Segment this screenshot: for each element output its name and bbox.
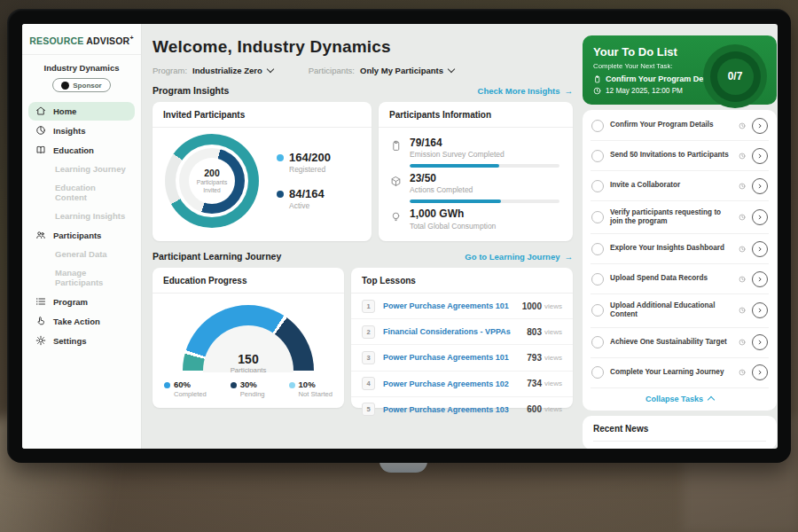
task-row[interactable]: Confirm Your Program Details [591, 111, 769, 141]
emission-survey-row: 79/164 Emission Survey Completed [390, 137, 561, 159]
task-open-button[interactable] [752, 118, 768, 134]
task-row[interactable]: Achieve One Sustainability Target [591, 328, 769, 358]
task-label: Complete Your Learning Journey [610, 368, 732, 378]
legend-sublabel: Active [289, 201, 325, 210]
task-row[interactable]: Verify participants requesting to join t… [591, 201, 769, 234]
task-checkbox[interactable] [591, 336, 604, 348]
chevron-down-icon [266, 66, 273, 73]
lesson-link[interactable]: Power Purchase Agreements 103 [383, 405, 527, 414]
legend-value: 84/164 [289, 188, 325, 200]
program-filter-value: Industrialize Zero [192, 66, 262, 75]
task-open-button[interactable] [752, 209, 768, 225]
sidebar-item-program[interactable]: Program [28, 293, 135, 311]
lesson-link[interactable]: Power Purchase Agreements 101 [383, 353, 527, 362]
legend-registered: 164/200 Registered [277, 152, 331, 174]
legend-dot [164, 382, 170, 388]
legend-dot [277, 191, 284, 198]
task-row[interactable]: Invite a Collaborator [591, 171, 769, 201]
clock-icon [739, 183, 746, 190]
filter-bar: Program: Industrialize Zero Participants… [153, 66, 573, 75]
lesson-row[interactable]: 2 Financial Considerations - VPPAs 803 v… [351, 319, 573, 345]
program-dropdown[interactable]: Program: Industrialize Zero [153, 66, 273, 75]
legend-pct: 10% [299, 380, 332, 389]
task-label: Confirm Your Program Details [610, 121, 732, 130]
education-progress-card: Education Progress 150 Participants 60% [153, 268, 344, 408]
todo-progress-count: 0/7 [717, 59, 754, 95]
todo-progress-ring-band: 0/7 [710, 51, 761, 102]
lesson-row[interactable]: 4 Power Purchase Agreements 102 734 view… [351, 372, 573, 397]
donut-gap: 200 Participants Invited [176, 145, 248, 217]
sidebar-item-education[interactable]: Education [28, 141, 135, 160]
lesson-link[interactable]: Power Purchase Agreements 102 [383, 379, 527, 388]
lesson-rank: 1 [362, 300, 375, 313]
check-more-insights-link[interactable]: Check More Insights → [478, 86, 573, 96]
task-row[interactable]: Complete Your Learning Journey [591, 358, 769, 388]
task-row[interactable]: Explore Your Insights Dashboard [591, 234, 769, 264]
task-open-button[interactable] [752, 302, 768, 318]
lesson-link[interactable]: Financial Considerations - VPPAs [383, 327, 527, 336]
sidebar-item-label: Learning Insights [55, 211, 125, 221]
sidebar-item-take-action[interactable]: Take Action [28, 312, 135, 331]
sidebar-item-learning-journey[interactable]: Learning Journey [28, 160, 135, 178]
task-open-button[interactable] [752, 364, 768, 380]
lesson-row[interactable]: 3 Power Purchase Agreements 101 793 view… [351, 345, 573, 371]
donut-center-value: 200 [204, 168, 220, 178]
task-checkbox[interactable] [591, 150, 604, 162]
task-label: Verify participants requesting to join t… [610, 208, 732, 227]
sidebar-item-general-data[interactable]: General Data [28, 246, 135, 263]
task-checkbox[interactable] [591, 243, 604, 255]
lesson-link[interactable]: Power Purchase Agreements 101 [383, 301, 522, 310]
todo-tasks-card: Confirm Your Program Details Send 50 Inv… [583, 110, 777, 411]
legend-pct: 30% [240, 380, 265, 389]
sidebar-item-education-content[interactable]: Education Content [28, 179, 135, 207]
progress-fill [410, 164, 499, 168]
chevron-up-icon [708, 396, 715, 403]
views-suffix: views [544, 379, 562, 387]
task-row[interactable]: Upload Spend Data Records [591, 264, 769, 294]
task-checkbox[interactable] [591, 120, 604, 132]
views-suffix: views [544, 354, 562, 362]
sidebar-item-insights[interactable]: Insights [28, 121, 135, 140]
metric-value: 1,000 GWh [410, 208, 496, 220]
sponsor-badge[interactable]: Sponsor [52, 78, 110, 92]
task-row[interactable]: Upload Additional Educational Content [591, 294, 769, 327]
lesson-row[interactable]: 5 Power Purchase Agreements 103 600 view… [351, 397, 573, 422]
task-checkbox[interactable] [591, 273, 604, 286]
pie-chart-icon [35, 125, 46, 136]
legend-value: 164/200 [289, 152, 331, 164]
actions-completed-row: 23/50 Actions Completed [390, 173, 561, 194]
recent-news-card: Recent News [583, 416, 777, 449]
sidebar-item-label: Take Action [53, 317, 100, 326]
participants-dropdown[interactable]: Participants: Only My Participants [309, 66, 454, 75]
task-checkbox[interactable] [591, 366, 604, 379]
sidebar-item-home[interactable]: Home [28, 102, 135, 121]
lesson-row[interactable]: 1 Power Purchase Agreements 101 1000 vie… [351, 293, 573, 319]
task-open-button[interactable] [752, 178, 768, 194]
card-title: Education Progress [153, 268, 344, 293]
collapse-tasks-link[interactable]: Collapse Tasks [591, 388, 769, 411]
home-icon [35, 106, 46, 116]
sidebar-item-manage-participants[interactable]: Manage Participants [28, 264, 135, 292]
lesson-rank: 3 [362, 351, 375, 364]
task-open-button[interactable] [752, 334, 768, 350]
task-checkbox[interactable] [591, 304, 604, 317]
todo-panel: Your To Do List Complete Your Next Task:… [583, 24, 777, 449]
section-title: Participant Learning Journey [153, 251, 281, 262]
sidebar-item-settings[interactable]: Settings [28, 332, 135, 350]
clock-icon [739, 153, 746, 160]
task-checkbox[interactable] [591, 211, 604, 223]
task-checkbox[interactable] [591, 180, 604, 192]
task-open-button[interactable] [752, 148, 768, 164]
task-open-button[interactable] [752, 241, 768, 257]
go-to-learning-journey-link[interactable]: Go to Learning Journey → [465, 252, 573, 262]
app-logo: RESOURCE ADVISOR+ [22, 24, 141, 55]
gauge-legend: 60% Completed 30% Pending [153, 372, 344, 398]
sidebar-item-learning-insights[interactable]: Learning Insights [28, 207, 135, 225]
sidebar-item-participants[interactable]: Participants [28, 226, 135, 245]
participants-info-body: 79/164 Emission Survey Completed 23/50 A… [379, 128, 573, 231]
clock-icon [739, 276, 746, 283]
organization-name: Industry Dynamics [22, 63, 141, 73]
task-open-button[interactable] [752, 271, 768, 287]
arrow-right-icon: → [565, 86, 574, 96]
task-row[interactable]: Send 50 Invitations to Participants [591, 141, 769, 171]
